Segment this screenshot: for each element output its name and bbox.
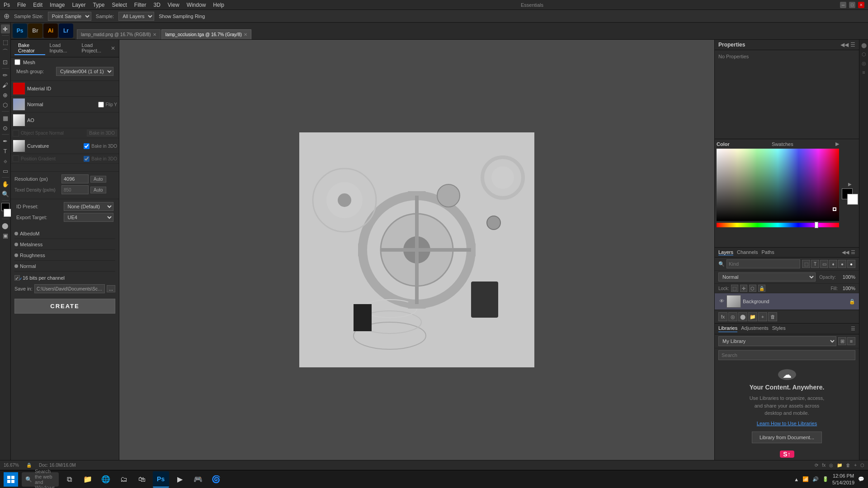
status-bar-icon[interactable]: 🔒 bbox=[26, 463, 32, 468]
filter-shape-icon[interactable]: ▭ bbox=[820, 260, 828, 268]
filter-type-icon[interactable]: T bbox=[811, 260, 819, 268]
layers-collapse-icon[interactable]: ◀◀ bbox=[842, 249, 849, 255]
menu-type[interactable]: Type bbox=[93, 2, 104, 8]
fx-button[interactable]: fx bbox=[718, 312, 727, 321]
status-icon-1[interactable]: ⟳ bbox=[815, 463, 818, 468]
ai-icon[interactable]: Ai bbox=[43, 23, 58, 38]
menu-help[interactable]: Help bbox=[213, 2, 224, 8]
clone-tool[interactable]: ⊕ bbox=[1, 90, 10, 99]
create-button[interactable]: CREATE bbox=[14, 299, 115, 314]
tab-matid[interactable]: lamp_matid.png @ 16.7% (RGB/8) ✕ bbox=[77, 29, 160, 39]
gradient-tool[interactable]: ▦ bbox=[1, 113, 10, 122]
path-tool[interactable]: ⟐ bbox=[1, 156, 10, 165]
eraser-tool[interactable]: ⬡ bbox=[1, 100, 10, 109]
status-icon-2[interactable]: fx bbox=[822, 463, 826, 468]
background-swatch[interactable] bbox=[847, 194, 858, 205]
taskbar-edge[interactable]: 🌐 bbox=[99, 472, 113, 487]
taskbar-time-display[interactable]: 12:06 PM 5/14/2019 bbox=[832, 473, 854, 486]
layers-tab-paths[interactable]: Paths bbox=[762, 249, 774, 255]
panel-close-icon[interactable]: ✕ bbox=[111, 45, 115, 52]
br-icon[interactable]: Br bbox=[28, 23, 42, 38]
taskbar-store[interactable]: 🛍 bbox=[135, 472, 149, 487]
color-cursor[interactable] bbox=[833, 207, 836, 211]
ps-icon[interactable]: Ps bbox=[13, 23, 27, 38]
lib-search-input[interactable] bbox=[718, 350, 855, 360]
screen-mode-tool[interactable]: ▣ bbox=[1, 231, 10, 240]
taskbar-app2[interactable]: ▶ bbox=[173, 472, 187, 487]
save-browse-button[interactable]: ... bbox=[107, 285, 115, 292]
hand-tool[interactable]: ✋ bbox=[1, 179, 10, 188]
lib-menu-icon[interactable]: ☰ bbox=[851, 326, 855, 332]
layer-item-background[interactable]: 👁 Background 🔒 bbox=[715, 293, 859, 310]
hue-cursor[interactable] bbox=[815, 222, 818, 228]
lib-tab-styles[interactable]: Styles bbox=[772, 325, 786, 332]
sample-size-select[interactable]: Point Sample bbox=[48, 12, 91, 21]
menu-window[interactable]: Window bbox=[187, 2, 206, 8]
new-layer-button[interactable]: + bbox=[758, 312, 767, 321]
close-button[interactable]: ✕ bbox=[858, 2, 864, 8]
lib-tab-libraries[interactable]: Libraries bbox=[718, 325, 737, 332]
mask-button[interactable]: ◎ bbox=[728, 312, 737, 321]
lr-icon[interactable]: Lr bbox=[59, 23, 73, 38]
status-icon-5[interactable]: 🗑 bbox=[846, 463, 850, 468]
blend-mode-select[interactable]: Normal bbox=[718, 272, 816, 282]
lock-art-icon[interactable]: ⬡ bbox=[749, 285, 756, 292]
lock-position-icon[interactable]: ✛ bbox=[740, 285, 747, 292]
taskbar-icon-hidden[interactable]: ▲ bbox=[794, 477, 799, 482]
pen-tool[interactable]: ✒ bbox=[1, 136, 10, 145]
taskbar-task-view[interactable]: ⧉ bbox=[62, 472, 77, 487]
menu-ps[interactable]: Ps bbox=[4, 2, 10, 8]
menu-view[interactable]: View bbox=[168, 2, 179, 8]
crop-tool[interactable]: ⊡ bbox=[1, 57, 10, 66]
right-bar-icon-1[interactable]: ⬤ bbox=[860, 42, 868, 49]
eyedropper-tool[interactable]: ✏ bbox=[1, 70, 10, 80]
taskbar-app4[interactable]: 🌀 bbox=[209, 472, 223, 487]
resolution-auto-button[interactable]: Auto bbox=[90, 176, 106, 183]
lib-grid-icon[interactable]: ⊞ bbox=[838, 337, 846, 345]
layer-visibility-icon[interactable]: 👁 bbox=[718, 298, 725, 305]
id-preset-select[interactable]: None (Default) bbox=[64, 202, 114, 211]
panel-tab-bake-creator[interactable]: Bake Creator bbox=[14, 42, 45, 55]
status-icon-3[interactable]: ◎ bbox=[829, 463, 833, 468]
taskbar-app3[interactable]: 🎮 bbox=[191, 472, 205, 487]
taskbar-sound[interactable]: 🔊 bbox=[812, 476, 819, 482]
filter-color-icon[interactable]: ● bbox=[838, 260, 846, 268]
filter-off-icon[interactable]: ● bbox=[847, 260, 855, 268]
resolution-input[interactable] bbox=[61, 174, 89, 183]
menu-image[interactable]: Image bbox=[50, 2, 65, 8]
export-target-select[interactable]: UE4 bbox=[64, 213, 114, 222]
color-expand-icon[interactable]: ▶ bbox=[848, 182, 852, 187]
curvature-bake-check[interactable] bbox=[84, 143, 90, 149]
tab-occlusion[interactable]: lamp_occlusion.tga @ 16.7% (Gray/8) ✕ bbox=[161, 29, 251, 39]
color-arrow-icon[interactable]: ▶ bbox=[835, 141, 839, 147]
right-bar-icon-4[interactable]: ≡ bbox=[860, 69, 868, 76]
hue-slider[interactable] bbox=[717, 223, 839, 227]
lock-all-icon[interactable]: 🔒 bbox=[758, 285, 765, 292]
library-from-document-button[interactable]: Library from Document... bbox=[752, 432, 822, 443]
brush-tool[interactable]: 🖌 bbox=[1, 80, 10, 89]
tab-matid-close[interactable]: ✕ bbox=[153, 32, 156, 37]
lock-pixels-icon[interactable]: ⬚ bbox=[731, 285, 738, 292]
status-icon-6[interactable]: + bbox=[854, 463, 857, 468]
taskbar-notifications[interactable]: 💬 bbox=[858, 476, 864, 482]
mesh-checkbox[interactable] bbox=[14, 59, 20, 65]
layers-menu-icon[interactable]: ☰ bbox=[851, 249, 855, 255]
bits-checkbox[interactable]: ✓ bbox=[14, 275, 20, 281]
position-gradient-check[interactable] bbox=[13, 155, 19, 162]
select-tool[interactable]: ⬚ bbox=[1, 38, 10, 47]
texel-auto-button[interactable]: Auto bbox=[90, 187, 106, 193]
lib-list-icon[interactable]: ≡ bbox=[847, 337, 855, 345]
position-gradient-bake-check[interactable] bbox=[84, 156, 90, 162]
filter-smart-icon[interactable]: ♦ bbox=[829, 260, 837, 268]
layer-lock-icon[interactable]: 🔒 bbox=[849, 299, 855, 305]
minimize-button[interactable]: ─ bbox=[840, 2, 846, 8]
zoom-tool[interactable]: 🔍 bbox=[1, 189, 10, 198]
adjustment-button[interactable]: ⬤ bbox=[738, 312, 747, 321]
quick-mask-tool[interactable]: ⬤ bbox=[1, 221, 10, 230]
panel-tab-load-inputs[interactable]: Load Inputs... bbox=[46, 42, 77, 55]
library-select[interactable]: My Library bbox=[718, 336, 836, 346]
lib-learn-link[interactable]: Learn How to Use Libraries bbox=[757, 421, 817, 426]
start-button[interactable] bbox=[4, 472, 18, 487]
right-bar-icon-3[interactable]: ◎ bbox=[860, 60, 868, 67]
shape-tool[interactable]: ▭ bbox=[1, 166, 10, 175]
